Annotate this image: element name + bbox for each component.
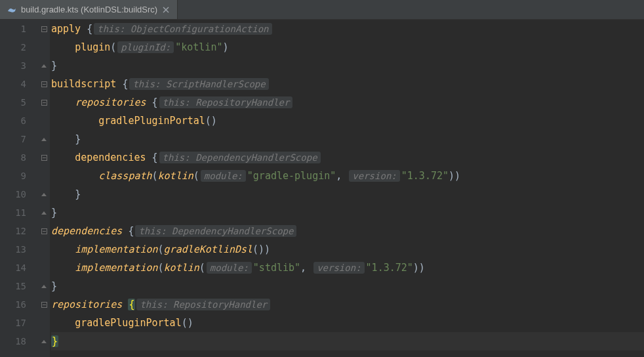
code-line[interactable]: gradlePluginPortal() xyxy=(51,112,644,130)
fold-marker[interactable] xyxy=(38,314,50,332)
inlay-hint: version: xyxy=(349,170,399,182)
line-number: 7 xyxy=(0,130,26,148)
line-number: 16 xyxy=(0,295,26,314)
fold-marker[interactable] xyxy=(38,75,50,93)
inlay-hint: this: DependencyHandlerScope xyxy=(135,225,296,237)
fold-gutter[interactable] xyxy=(38,20,50,357)
code-line[interactable]: } xyxy=(51,332,644,350)
line-number: 18 xyxy=(0,332,26,350)
code-line[interactable]: classpath(kotlin(module:"gradle-plugin",… xyxy=(51,167,644,185)
code-line[interactable]: dependencies {this: DependencyHandlerSco… xyxy=(51,222,644,240)
editor[interactable]: 123456789101112131415161718 apply {this:… xyxy=(0,20,644,357)
code-line[interactable]: dependencies {this: DependencyHandlerSco… xyxy=(51,148,644,167)
code-line[interactable]: buildscript {this: ScriptHandlerScope xyxy=(51,75,644,93)
fold-marker[interactable] xyxy=(38,259,50,277)
fold-marker[interactable] xyxy=(38,295,50,314)
code-line[interactable]: repositories {this: RepositoryHandler xyxy=(51,295,644,314)
line-number: 17 xyxy=(0,314,26,332)
line-number: 5 xyxy=(0,93,26,112)
fold-marker[interactable] xyxy=(38,167,50,185)
code-line[interactable]: apply {this: ObjectConfigurationAction xyxy=(51,20,644,38)
close-icon[interactable] xyxy=(161,5,171,14)
code-line[interactable]: } xyxy=(51,203,644,222)
tab-title: build.gradle.kts (KotlinDSL:buildSrc) xyxy=(21,5,157,14)
fold-marker[interactable] xyxy=(38,332,50,350)
inlay-hint: this: ObjectConfigurationAction xyxy=(94,23,272,35)
inlay-hint: this: RepositoryHandler xyxy=(159,96,293,108)
line-number: 15 xyxy=(0,277,26,295)
line-number: 8 xyxy=(0,148,26,167)
line-number: 3 xyxy=(0,56,26,75)
tab-bar: build.gradle.kts (KotlinDSL:buildSrc) xyxy=(0,0,644,20)
tab-build-gradle[interactable]: build.gradle.kts (KotlinDSL:buildSrc) xyxy=(0,0,178,19)
fold-marker[interactable] xyxy=(38,93,50,112)
line-number: 2 xyxy=(0,38,26,56)
fold-marker[interactable] xyxy=(38,203,50,222)
line-number: 12 xyxy=(0,222,26,240)
code-line[interactable]: plugin(pluginId:"kotlin") xyxy=(51,38,644,56)
fold-marker[interactable] xyxy=(38,38,50,56)
line-number: 11 xyxy=(0,203,26,222)
line-number: 10 xyxy=(0,185,26,203)
code-line[interactable]: } xyxy=(51,130,644,148)
line-number: 1 xyxy=(0,20,26,38)
code-line[interactable]: repositories {this: RepositoryHandler xyxy=(51,93,644,112)
fold-marker[interactable] xyxy=(38,112,50,130)
fold-marker[interactable] xyxy=(38,185,50,203)
inlay-hint: this: DependencyHandlerScope xyxy=(159,152,321,163)
inlay-hint: this: RepositoryHandler xyxy=(136,299,270,310)
line-number: 6 xyxy=(0,112,26,130)
line-number: 14 xyxy=(0,259,26,277)
fold-marker[interactable] xyxy=(38,148,50,167)
gradle-file-icon xyxy=(7,5,17,15)
code-line[interactable]: } xyxy=(51,185,644,203)
inlay-hint: module: xyxy=(201,170,246,182)
code-line[interactable]: implementation(kotlin(module:"stdlib", v… xyxy=(51,259,644,277)
fold-marker[interactable] xyxy=(38,56,50,75)
code-line[interactable]: gradlePluginPortal() xyxy=(51,314,644,332)
code-line[interactable]: } xyxy=(51,56,644,75)
fold-marker[interactable] xyxy=(38,20,50,38)
line-number: 9 xyxy=(0,167,26,185)
fold-marker[interactable] xyxy=(38,222,50,240)
code-line[interactable]: implementation(gradleKotlinDsl()) xyxy=(51,240,644,259)
line-number-gutter: 123456789101112131415161718 xyxy=(0,20,38,357)
fold-marker[interactable] xyxy=(38,130,50,148)
line-number: 4 xyxy=(0,75,26,93)
code-area[interactable]: apply {this: ObjectConfigurationAction p… xyxy=(50,20,644,357)
inlay-hint: pluginId: xyxy=(117,41,174,53)
fold-marker[interactable] xyxy=(38,277,50,295)
line-number: 13 xyxy=(0,240,26,259)
inlay-hint: module: xyxy=(207,262,252,274)
inlay-hint: version: xyxy=(313,262,364,274)
code-line[interactable]: } xyxy=(51,277,644,295)
fold-marker[interactable] xyxy=(38,240,50,259)
inlay-hint: this: ScriptHandlerScope xyxy=(129,78,268,90)
